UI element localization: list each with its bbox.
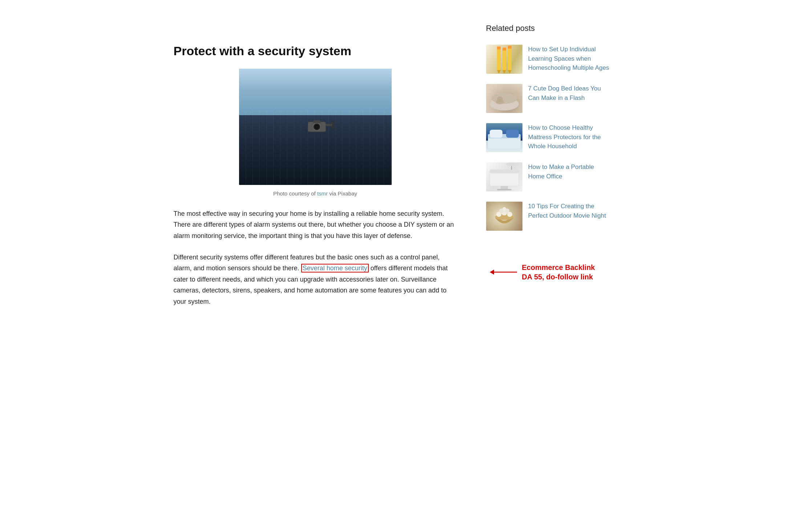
- office-svg: [486, 162, 522, 191]
- related-post-2: 7 Cute Dog Bed Ideas You Can Make in a F…: [486, 84, 610, 113]
- tsmr-link[interactable]: tsmr: [317, 190, 328, 197]
- post-link-4[interactable]: How to Make a Portable Home Office: [528, 162, 610, 181]
- security-image: [239, 69, 392, 185]
- svg-rect-12: [497, 47, 501, 49]
- related-post-4: How to Make a Portable Home Office: [486, 162, 610, 191]
- ecommerce-annotation: Ecommerce Backlink DA 55, do-follow link: [490, 263, 595, 282]
- svg-point-21: [496, 100, 504, 104]
- page-wrapper: Protect with a security system: [152, 0, 660, 332]
- camera-svg: [306, 117, 335, 136]
- related-post-3: How to Choose Healthy Mattress Protector…: [486, 123, 610, 152]
- thumb-visual-5: [486, 202, 522, 231]
- svg-rect-25: [506, 130, 519, 138]
- image-caption: Photo courtesy of tsmr via Pixabay: [273, 189, 357, 198]
- paragraph-1: The most effective way in securing your …: [174, 208, 457, 242]
- caption-suffix: via Pixabay: [328, 190, 357, 197]
- several-home-security-link[interactable]: Several home security: [301, 264, 369, 272]
- pencils-svg: [486, 45, 522, 74]
- thumb-visual-2: [486, 84, 522, 113]
- svg-rect-11: [508, 46, 512, 70]
- popcorn-svg: [486, 202, 522, 231]
- image-container: Photo courtesy of tsmr via Pixabay: [174, 69, 457, 198]
- svg-marker-17: [508, 70, 512, 74]
- thumb-visual-4: [486, 162, 522, 191]
- svg-point-31: [506, 162, 517, 166]
- article-heading: Protect with a security system: [174, 44, 457, 58]
- annotation-line2: DA 55, do-follow link: [522, 272, 595, 282]
- svg-point-38: [502, 207, 506, 211]
- svg-rect-1: [313, 120, 320, 123]
- post-thumbnail-4: [486, 162, 522, 191]
- related-post-1: How to Set Up Individual Learning Spaces…: [486, 45, 610, 74]
- paragraph-2-container: Different security systems offer differe…: [174, 252, 457, 307]
- thumb-visual-1: [486, 45, 522, 74]
- post-thumbnail-1: [486, 45, 522, 74]
- svg-marker-8: [490, 270, 494, 275]
- dog-bed-svg: [486, 84, 522, 113]
- svg-rect-28: [501, 186, 508, 189]
- thumb-visual-3: [486, 123, 522, 152]
- svg-rect-13: [502, 48, 506, 51]
- related-posts-title: Related posts: [486, 22, 610, 35]
- post-link-3[interactable]: How to Choose Healthy Mattress Protector…: [528, 123, 610, 151]
- caption-prefix: Photo courtesy of: [273, 190, 317, 197]
- post-thumbnail-5: [486, 202, 522, 231]
- related-post-5: 10 Tips For Creating the Perfect Outdoor…: [486, 202, 610, 231]
- annotation-arrow: [490, 267, 519, 278]
- svg-rect-27: [490, 170, 519, 173]
- svg-rect-9: [497, 47, 501, 70]
- svg-rect-29: [497, 189, 512, 190]
- post-thumbnail-3: [486, 123, 522, 152]
- mattress-svg: [486, 123, 522, 152]
- paragraph-2: Different security systems offer differe…: [174, 252, 457, 307]
- svg-point-19: [492, 93, 517, 104]
- main-content: Protect with a security system: [174, 15, 457, 318]
- svg-rect-10: [502, 48, 506, 70]
- svg-rect-6: [332, 121, 334, 129]
- svg-rect-24: [490, 130, 502, 138]
- post-thumbnail-2: [486, 84, 522, 113]
- post-link-1[interactable]: How to Set Up Individual Learning Spaces…: [528, 45, 610, 73]
- annotation-line1: Ecommerce Backlink: [522, 263, 595, 272]
- svg-marker-15: [497, 70, 501, 74]
- post-link-2[interactable]: 7 Cute Dog Bed Ideas You Can Make in a F…: [528, 84, 610, 102]
- svg-point-4: [316, 126, 318, 128]
- annotation-text: Ecommerce Backlink DA 55, do-follow link: [522, 263, 595, 282]
- post-link-5[interactable]: 10 Tips For Creating the Perfect Outdoor…: [528, 202, 610, 220]
- svg-marker-16: [502, 70, 506, 74]
- svg-rect-14: [508, 46, 512, 49]
